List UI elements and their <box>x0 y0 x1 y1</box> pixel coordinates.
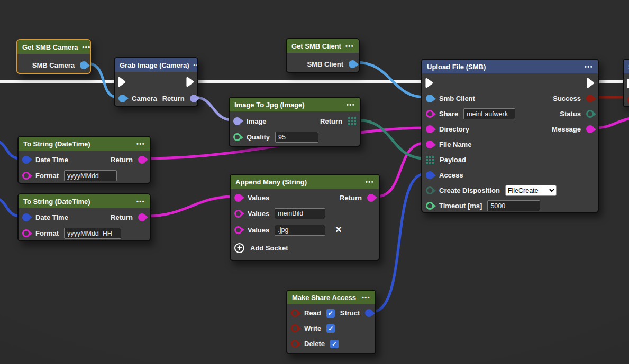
node-header[interactable]: Make Share Access ••• <box>287 291 375 304</box>
smb-client-output-port[interactable] <box>349 60 357 68</box>
port-label: Message <box>552 125 581 133</box>
menu-icon[interactable]: ••• <box>194 62 198 68</box>
menu-icon[interactable]: ••• <box>136 141 145 147</box>
menu-icon[interactable]: ••• <box>345 43 354 49</box>
return-output-port[interactable] <box>190 95 198 102</box>
node-header[interactable]: Append Many (String) ••• <box>231 175 379 189</box>
node-get-smb-camera[interactable]: Get SMB Camera ••• SMB Camera <box>16 39 91 74</box>
smb-client-input-port[interactable] <box>426 95 434 102</box>
node-partial-right[interactable]: S <box>623 59 629 107</box>
menu-icon[interactable]: ••• <box>366 179 374 185</box>
directory-input-port[interactable] <box>426 125 434 133</box>
exec-out-port[interactable] <box>186 77 194 87</box>
message-output-port[interactable] <box>586 125 594 133</box>
image-input-port[interactable] <box>233 117 241 125</box>
values-field-2[interactable] <box>275 225 325 236</box>
wire-tostring2-to-values[interactable] <box>147 197 233 216</box>
create-disposition-select[interactable]: FileCreate <box>505 185 557 196</box>
node-header[interactable]: Grab Image (Camera) ••• <box>115 58 197 72</box>
camera-input-port[interactable] <box>118 95 126 102</box>
node-header[interactable]: To String (DateTime) ••• <box>19 194 150 208</box>
wire-append-to-filename[interactable] <box>376 143 425 197</box>
values-input-port-3[interactable] <box>234 226 242 234</box>
read-checkbox[interactable] <box>326 309 335 318</box>
file-name-input-port[interactable] <box>426 141 434 148</box>
return-output-port[interactable] <box>138 213 146 221</box>
wire-message-out[interactable] <box>595 118 629 128</box>
port-label: Create Disposition <box>439 186 500 194</box>
status-output-port[interactable] <box>586 110 594 118</box>
timeout-field[interactable] <box>487 200 540 211</box>
menu-icon[interactable]: ••• <box>362 294 370 301</box>
success-output-port[interactable] <box>586 95 594 102</box>
node-header[interactable]: Image To Jpg (Image) ••• <box>230 98 360 111</box>
node-header[interactable]: Get SMB Camera ••• <box>17 40 90 54</box>
wire-return-to-image[interactable] <box>195 97 232 120</box>
datetime-input-port[interactable] <box>22 213 30 221</box>
return-bytes-output-port[interactable] <box>348 117 356 125</box>
node-title: Grab Image (Camera) <box>120 61 189 69</box>
port-label: Struct <box>340 309 360 317</box>
read-input-port[interactable] <box>291 309 299 317</box>
values-input-port[interactable] <box>234 194 242 202</box>
payload-input-port[interactable] <box>426 156 434 164</box>
exec-in-port[interactable] <box>425 78 433 88</box>
exec-in-port[interactable] <box>627 78 629 89</box>
node-header[interactable]: S <box>624 60 629 73</box>
format-field[interactable] <box>64 228 121 239</box>
node-grab-image[interactable]: Grab Image (Camera) ••• Camera Return <box>114 57 198 107</box>
create-disposition-input-port[interactable] <box>426 186 434 194</box>
add-socket-button[interactable]: Add Socket <box>231 238 379 257</box>
timeout-input-port[interactable] <box>426 202 434 210</box>
port-label: Timeout [ms] <box>439 202 482 210</box>
exec-in-port[interactable] <box>118 77 126 87</box>
format-input-port[interactable] <box>22 172 30 180</box>
node-header[interactable]: Get SMB Client ••• <box>287 39 359 53</box>
node-make-share-access[interactable]: Make Share Access ••• Read Struct Write … <box>286 290 376 354</box>
access-input-port[interactable] <box>426 171 434 179</box>
node-title: To String (DateTime) <box>23 140 90 148</box>
return-output-port[interactable] <box>367 194 375 202</box>
port-label: Format <box>35 172 59 180</box>
quality-input-port[interactable] <box>233 133 241 141</box>
menu-icon[interactable]: ••• <box>585 63 593 70</box>
node-to-string-2[interactable]: To String (DateTime) ••• Date Time Retur… <box>17 193 151 241</box>
menu-icon[interactable]: ••• <box>347 101 355 108</box>
struct-output-port[interactable] <box>365 309 373 317</box>
quality-field[interactable] <box>275 132 318 143</box>
node-title: Append Many (String) <box>235 178 307 186</box>
delete-input-port[interactable] <box>291 340 299 348</box>
node-title: Image To Jpg (Image) <box>234 101 305 109</box>
port-label: Return <box>111 156 133 164</box>
smb-camera-output-port[interactable] <box>80 61 88 69</box>
node-append-many[interactable]: Append Many (String) ••• Values Return V… <box>230 174 380 261</box>
node-to-string-1[interactable]: To String (DateTime) ••• Date Time Retur… <box>17 136 151 184</box>
share-input-port[interactable] <box>426 110 434 118</box>
port-label: Values <box>248 194 269 202</box>
port-label: Values <box>248 210 269 218</box>
values-field-1[interactable] <box>275 208 325 219</box>
wire-jpg-to-payload[interactable] <box>357 120 425 158</box>
format-field[interactable] <box>64 170 117 181</box>
menu-icon[interactable]: ••• <box>82 44 90 50</box>
port-label: Read <box>304 309 321 317</box>
wire-struct-to-access[interactable] <box>372 174 425 312</box>
node-image-to-jpg[interactable]: Image To Jpg (Image) ••• Image Return Qu… <box>229 97 361 147</box>
port-label: Date Time <box>35 213 68 221</box>
exec-out-port[interactable] <box>587 78 595 88</box>
share-field[interactable] <box>463 108 515 119</box>
values-input-port-2[interactable] <box>234 210 242 218</box>
write-input-port[interactable] <box>291 324 299 332</box>
node-get-smb-client[interactable]: Get SMB Client ••• SMB Client <box>286 38 360 73</box>
node-header[interactable]: Upload File (SMB) ••• <box>422 60 598 73</box>
write-checkbox[interactable] <box>326 324 335 333</box>
node-header[interactable]: To String (DateTime) ••• <box>19 137 150 151</box>
menu-icon[interactable]: ••• <box>136 198 145 204</box>
datetime-input-port[interactable] <box>22 156 30 164</box>
format-input-port[interactable] <box>22 229 30 237</box>
node-upload-file[interactable]: Upload File (SMB) ••• Smb Client Success… <box>421 59 599 213</box>
port-label: Directory <box>439 125 469 133</box>
delete-checkbox[interactable] <box>330 340 339 348</box>
return-output-port[interactable] <box>138 156 146 164</box>
remove-socket-icon[interactable]: ✕ <box>335 226 342 234</box>
